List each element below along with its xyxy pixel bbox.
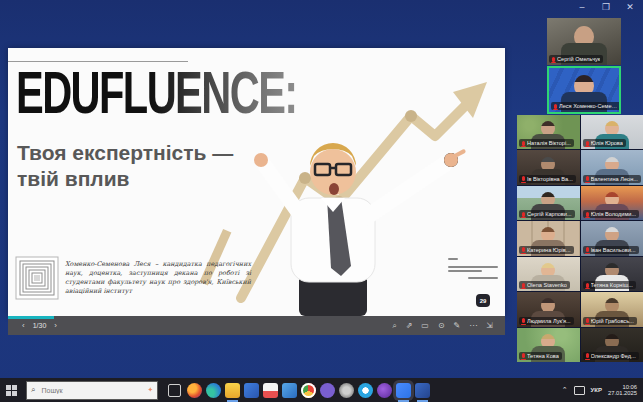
media-player-icon[interactable] xyxy=(377,383,392,398)
zoom-icon[interactable]: ⌕ xyxy=(392,321,396,331)
participant-tile[interactable]: Юлія Юрова xyxy=(581,115,643,149)
windows-logo-icon xyxy=(6,385,17,396)
participant-name: Тетяна Корніш... xyxy=(591,282,633,288)
participant-name: Юлія Юрова xyxy=(591,140,623,146)
next-page-button[interactable]: › xyxy=(54,321,57,330)
slide-brand-marks xyxy=(448,256,500,281)
participant-name: Катерина Юрів... xyxy=(527,247,571,253)
muted-mic-icon xyxy=(552,57,555,62)
participant-name: Валентина Леон... xyxy=(591,176,638,182)
participant-tile[interactable]: Наталія Вікторі... xyxy=(517,115,580,149)
muted-mic-icon xyxy=(522,141,525,146)
participant-tile[interactable]: Тетяна Кова xyxy=(517,328,580,362)
presenter-bio: Хоменко-Семенова Леся – кандидатка педаг… xyxy=(65,260,251,296)
participant-tile[interactable]: Юрій Грабовсь... xyxy=(581,292,643,326)
participant-tile[interactable]: Іван Васильови... xyxy=(581,221,643,255)
display-tray-icon[interactable] xyxy=(574,386,585,395)
language-indicator[interactable]: УКР xyxy=(591,387,602,393)
task-view-icon[interactable] xyxy=(168,384,181,397)
participant-name: Сергій Карпови... xyxy=(527,211,572,217)
participant-tile[interactable]: Сергій Карпови... xyxy=(517,186,580,220)
store-icon[interactable] xyxy=(263,383,278,398)
taskbar-search[interactable]: ⌕ ✦ xyxy=(26,381,158,400)
muted-mic-icon xyxy=(522,318,525,323)
chrome-icon[interactable] xyxy=(301,383,316,398)
participant-name: Юлія Володими... xyxy=(591,211,637,217)
muted-mic-icon xyxy=(586,176,589,181)
participant-tile[interactable]: Юлія Володими... xyxy=(581,186,643,220)
slide-title: EDUFLUENCE: xyxy=(16,62,297,122)
minimize-button[interactable]: – xyxy=(575,2,589,12)
muted-mic-icon xyxy=(586,141,589,146)
participant-tile[interactable]: Олександр Фед... xyxy=(581,328,643,362)
zoom-app-icon[interactable] xyxy=(396,383,411,398)
participant-name: Сергій Омельчук xyxy=(557,56,600,62)
shared-slide: EDUFLUENCE: Твоя експертність — твій впл… xyxy=(8,48,505,316)
settings-gear-icon[interactable] xyxy=(339,383,354,398)
muted-mic-icon xyxy=(586,283,589,288)
comments-badge[interactable]: 29 xyxy=(476,294,490,307)
broadcast-icon[interactable]: ⊙ xyxy=(438,321,445,330)
fullscreen-icon[interactable]: ⇲ xyxy=(486,321,493,330)
start-button[interactable] xyxy=(0,378,22,402)
word-icon[interactable] xyxy=(415,383,430,398)
participant-tile[interactable]: Тетяна Корніш... xyxy=(581,257,643,291)
participant-tile[interactable]: Людмила Лук'я... xyxy=(517,292,580,326)
participant-name: Олександр Фед... xyxy=(591,353,636,359)
muted-mic-icon xyxy=(522,176,525,181)
window-controls: – ❐ ✕ xyxy=(575,2,637,12)
search-icon: ⌕ xyxy=(31,385,35,395)
muted-mic-icon xyxy=(522,283,525,288)
muted-mic-icon xyxy=(522,353,525,358)
copilot-sparkle-icon: ✦ xyxy=(147,386,153,394)
hidden-icons-chevron[interactable]: ⌃ xyxy=(562,386,568,394)
search-input[interactable] xyxy=(39,386,113,395)
tray-date: 27.01.2025 xyxy=(608,390,637,397)
participant-tile[interactable]: Olena Stavenko xyxy=(517,257,580,291)
participant-tile[interactable]: Катерина Юрів... xyxy=(517,221,580,255)
progress-bar xyxy=(8,316,54,319)
windows-taskbar: ⌕ ✦ ⌃ УКР 10:06 27.01.2025 xyxy=(0,378,643,402)
muted-mic-icon xyxy=(586,247,589,252)
prev-page-button[interactable]: ‹ xyxy=(22,321,25,330)
spiral-square-logo xyxy=(15,256,59,300)
viber-icon[interactable] xyxy=(320,383,335,398)
muted-mic-icon xyxy=(586,318,589,323)
muted-mic-icon xyxy=(554,104,557,109)
participant-name: Тетяна Кова xyxy=(527,353,559,359)
participant-name: Наталія Вікторі... xyxy=(527,140,571,146)
participant-tile[interactable]: Валентина Леон... xyxy=(581,150,643,184)
active-speaker-tile[interactable]: Леся Хоменко-Семенова xyxy=(547,66,621,114)
participant-tile[interactable]: Сергій Омельчук xyxy=(547,18,621,65)
participant-grid: Наталія Вікторі... Юлія Юрова Ів Вікторі… xyxy=(517,115,643,362)
photos-icon[interactable] xyxy=(244,383,259,398)
mail-icon[interactable] xyxy=(282,383,297,398)
page-indicator: 1/30 xyxy=(33,322,47,329)
muted-mic-icon xyxy=(522,212,525,217)
edge-icon[interactable] xyxy=(206,383,221,398)
muted-mic-icon xyxy=(522,247,525,252)
firefox-icon[interactable] xyxy=(187,383,202,398)
participant-name: Людмила Лук'я... xyxy=(527,318,571,324)
participant-name: Юрій Грабовсь... xyxy=(591,318,634,324)
participant-tile[interactable]: Ів Вікторівна Ва... xyxy=(517,150,580,184)
captions-icon[interactable]: ▭ xyxy=(421,321,429,330)
muted-mic-icon xyxy=(586,212,589,217)
more-icon[interactable]: ⋯ xyxy=(469,321,477,330)
annotate-icon[interactable]: ✎ xyxy=(454,321,461,330)
skype-icon[interactable] xyxy=(358,383,373,398)
close-button[interactable]: ✕ xyxy=(623,2,637,12)
system-tray: ⌃ УКР 10:06 27.01.2025 xyxy=(562,384,643,397)
participant-name: Ів Вікторівна Ва... xyxy=(527,176,573,182)
file-explorer-icon[interactable] xyxy=(225,383,240,398)
participant-name: Леся Хоменко-Семенова xyxy=(559,103,618,109)
share-icon[interactable]: ⇗ xyxy=(406,321,413,330)
maximize-button[interactable]: ❐ xyxy=(599,2,613,12)
participant-name: Olena Stavenko xyxy=(527,282,567,288)
clock[interactable]: 10:06 27.01.2025 xyxy=(608,384,637,397)
participant-name: Іван Васильови... xyxy=(591,247,636,253)
presentation-toolbar: ‹ 1/30 › ⌕ ⇗ ▭ ⊙ ✎ ⋯ ⇲ xyxy=(8,316,505,335)
muted-mic-icon xyxy=(586,353,589,358)
slide-subtitle: Твоя експертність — твій вплив xyxy=(17,140,233,192)
